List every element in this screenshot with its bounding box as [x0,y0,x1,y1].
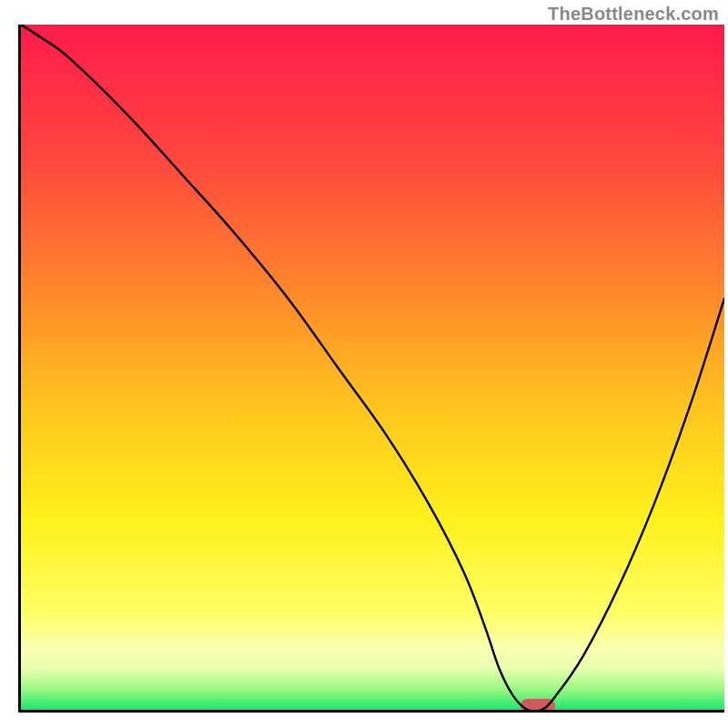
watermark-text: TheBottleneck.com [548,4,719,25]
bottleneck-curve-path [21,25,724,712]
bottleneck-curve [21,25,724,710]
chart-plot-area [18,25,724,713]
